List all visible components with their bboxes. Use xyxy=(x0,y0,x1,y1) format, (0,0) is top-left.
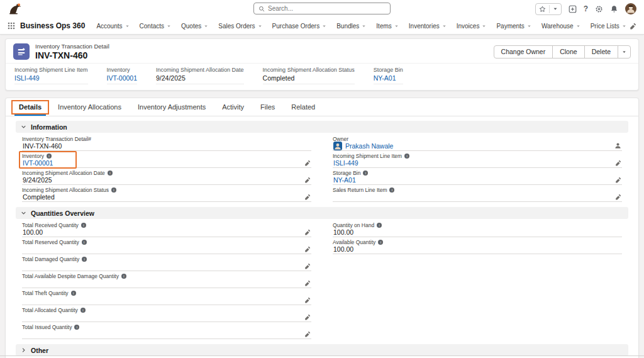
change-owner-icon[interactable] xyxy=(614,142,621,149)
search-input[interactable] xyxy=(268,5,386,12)
field-value-wrap: 100.00 xyxy=(23,228,43,236)
notifications-bell-icon[interactable] xyxy=(610,5,618,13)
nav-item-contacts[interactable]: Contacts xyxy=(135,18,176,35)
edit-pencil-icon[interactable] xyxy=(304,331,311,337)
nav-item-label: Inventories xyxy=(409,23,440,30)
edit-pencil-icon[interactable] xyxy=(615,177,621,183)
field-value: INV-TXN-460 xyxy=(23,142,62,150)
info-icon[interactable]: i xyxy=(81,223,86,228)
chevron-down-icon xyxy=(394,24,399,28)
info-icon[interactable]: i xyxy=(377,223,382,228)
quick-create-icon[interactable] xyxy=(569,5,577,13)
section-header-information[interactable]: Information xyxy=(16,121,628,133)
nav-item-invoices[interactable]: Invoices xyxy=(452,18,492,35)
edit-pencil-icon[interactable] xyxy=(304,160,311,166)
field-label: Sales Return Line Itemi xyxy=(333,187,622,193)
user-avatar[interactable] xyxy=(625,3,636,14)
section-title: Other xyxy=(31,347,48,354)
field-value-row: INV-TXN-460 xyxy=(22,142,311,151)
global-search[interactable] xyxy=(253,3,391,14)
field-value[interactable]: IVT-00001 xyxy=(23,159,53,167)
section-header-quantities-overview[interactable]: Quantities Overview xyxy=(16,207,628,219)
favorites-star-icon[interactable] xyxy=(539,6,546,13)
info-icon[interactable]: i xyxy=(82,257,87,262)
info-icon[interactable]: i xyxy=(378,240,383,245)
edit-pencil-icon[interactable] xyxy=(304,229,311,235)
field-label-text: Storage Bin xyxy=(333,170,360,176)
highlight-field-value[interactable]: IVT-00001 xyxy=(107,74,137,84)
field-value-row: 100.00 xyxy=(22,228,311,237)
info-icon[interactable]: i xyxy=(71,291,76,296)
edit-pencil-icon[interactable] xyxy=(615,160,621,166)
field-value: Completed xyxy=(23,193,55,201)
nav-item-payments[interactable]: Payments xyxy=(491,18,536,35)
action-change-owner-button[interactable]: Change Owner xyxy=(494,45,553,59)
setup-gear-icon[interactable] xyxy=(595,5,603,13)
favorites-dropdown-icon[interactable] xyxy=(553,6,558,11)
section-other: Other xyxy=(16,344,628,356)
tab-inventory-allocations[interactable]: Inventory Allocations xyxy=(50,98,130,116)
edit-pencil-icon[interactable] xyxy=(615,194,621,200)
highlight-field-label: Incoming Shipment Allocation Status xyxy=(263,67,355,73)
nav-item-quotes[interactable]: Quotes xyxy=(176,18,213,35)
info-icon[interactable]: i xyxy=(82,240,87,245)
info-icon[interactable]: i xyxy=(111,187,116,193)
nav-edit-pencil-icon[interactable] xyxy=(630,23,636,30)
info-icon[interactable]: i xyxy=(363,171,368,176)
nav-item-price-lists[interactable]: Price Lists xyxy=(586,18,626,35)
field-value-row xyxy=(22,245,311,254)
edit-pencil-icon[interactable] xyxy=(304,314,311,320)
tab-related[interactable]: Related xyxy=(283,98,323,116)
edit-pencil-icon[interactable] xyxy=(304,177,311,183)
nav-item-sales-orders[interactable]: Sales Orders xyxy=(213,18,267,35)
field-value-wrap: 100.00 xyxy=(333,228,353,236)
highlight-field-value[interactable]: NY-A01 xyxy=(374,74,403,84)
field-value[interactable]: ISLI-449 xyxy=(333,159,358,167)
field-grid: Total Received Quantityi100.00Total Rese… xyxy=(16,219,628,340)
record-head: Inventory Transaction Detail INV-TXN-460… xyxy=(6,39,638,63)
info-icon[interactable]: i xyxy=(80,308,86,313)
nav-item-bundles[interactable]: Bundles xyxy=(331,18,371,35)
tab-details[interactable]: Details xyxy=(11,98,50,116)
nav-item-warehouse[interactable]: Warehouse xyxy=(536,18,586,35)
field-value-row: 100.00 xyxy=(333,228,622,237)
app-launcher-icon[interactable] xyxy=(8,22,15,30)
page-body: Inventory Transaction Detail INV-TXN-460… xyxy=(0,35,644,358)
action-delete-button[interactable]: Delete xyxy=(584,45,618,59)
nav-item-items[interactable]: Items xyxy=(371,18,403,35)
highlight-field-value[interactable]: ISLI-449 xyxy=(14,74,88,84)
nav-item-purchase-orders[interactable]: Purchase Orders xyxy=(267,18,332,35)
tab-files[interactable]: Files xyxy=(252,98,283,116)
favorites-control[interactable] xyxy=(535,3,562,15)
edit-pencil-icon[interactable] xyxy=(304,194,311,200)
field-value[interactable]: NY-A01 xyxy=(333,176,356,184)
edit-pencil-icon[interactable] xyxy=(304,263,311,269)
field-value-row: IVT-00001 xyxy=(22,159,311,168)
field-value-row: NY-A01 xyxy=(333,176,622,185)
action-clone-button[interactable]: Clone xyxy=(552,45,584,59)
info-icon[interactable]: i xyxy=(404,154,409,159)
nav-item-inventories[interactable]: Inventories xyxy=(404,18,452,35)
field-label: Inventory Transaction Detail# xyxy=(22,136,311,142)
tab-inventory-adjustments[interactable]: Inventory Adjustments xyxy=(130,98,214,116)
info-icon[interactable]: i xyxy=(121,274,126,279)
app-name[interactable]: Business Ops 360 xyxy=(20,21,85,30)
section-header-other[interactable]: Other xyxy=(16,344,628,356)
info-icon[interactable]: i xyxy=(74,325,79,330)
action-more-dropdown-button[interactable] xyxy=(618,45,631,59)
field-column: Quantity on Handi100.00Available Quantit… xyxy=(333,221,622,340)
edit-pencil-icon[interactable] xyxy=(304,246,311,252)
field-value-row: ISLI-449 xyxy=(333,159,622,168)
field-value[interactable]: Prakash Nawale xyxy=(345,142,393,150)
tab-activity[interactable]: Activity xyxy=(214,98,252,116)
edit-pencil-icon[interactable] xyxy=(304,280,311,286)
info-icon[interactable]: i xyxy=(389,187,394,193)
edit-pencil-icon[interactable] xyxy=(304,297,311,303)
info-icon[interactable]: i xyxy=(108,171,113,176)
info-icon[interactable]: i xyxy=(47,154,52,159)
tab-label: Inventory Allocations xyxy=(58,103,121,111)
page-title: INV-TXN-460 xyxy=(35,50,109,60)
nav-item-accounts[interactable]: Accounts xyxy=(91,18,134,35)
field-inventory-transaction-detail: Inventory Transaction Detail#INV-TXN-460 xyxy=(22,135,311,151)
help-icon[interactable]: ? xyxy=(584,4,588,13)
